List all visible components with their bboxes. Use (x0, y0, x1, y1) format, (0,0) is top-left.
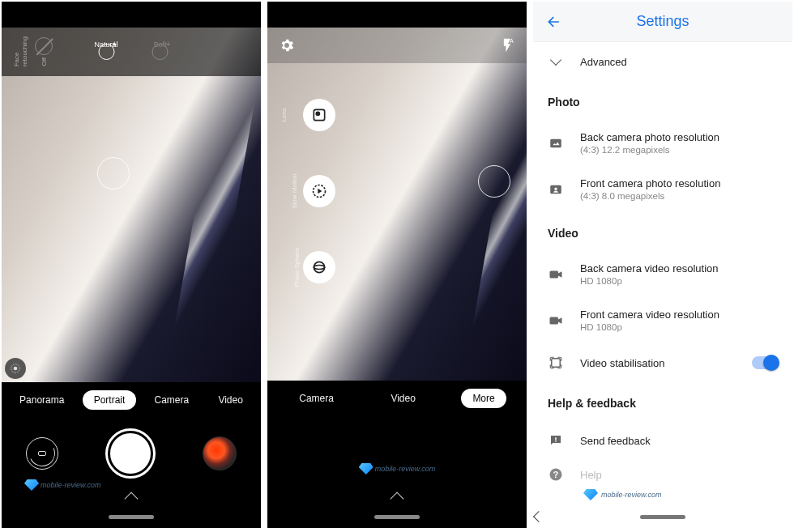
stabilisation-toggle[interactable] (752, 356, 778, 369)
more-options-column: Lens Slow Motion Photo Sphere (303, 99, 335, 283)
camera-viewfinder[interactable]: Face retouching Off Natural Soft (2, 28, 261, 382)
settings-header: Settings (533, 2, 792, 42)
nav-home-pill[interactable] (374, 515, 420, 519)
status-bar (267, 2, 527, 28)
svg-point-10 (554, 187, 557, 189)
retouching-off-icon (35, 37, 53, 55)
watermark: mobile-review.com (359, 463, 436, 475)
watermark-gem-icon (359, 463, 374, 475)
svg-rect-8 (550, 138, 561, 147)
mode-strip: Panorama Portrait Camera Video (2, 382, 261, 418)
mode-more[interactable]: More (461, 389, 506, 408)
camera-icon (38, 451, 46, 456)
retouch-soft-icon (152, 44, 169, 60)
watermark: mobile-review.com (24, 479, 101, 491)
settings-title: Settings (533, 13, 792, 30)
svg-rect-11 (550, 270, 559, 278)
gear-icon (279, 37, 295, 53)
flash-auto-icon: A (499, 37, 515, 53)
svg-point-6 (314, 262, 324, 272)
photo-section-header: Photo (533, 81, 792, 120)
front-camera-video-row[interactable]: Front camera video resolution HD 1080p (533, 297, 792, 343)
motion-icon (10, 363, 21, 374)
face-retouching-bar: Face retouching Off Natural Soft (2, 28, 261, 76)
svg-text:?: ? (553, 470, 558, 479)
watermark: mobile-review.com (533, 486, 792, 502)
svg-text:A: A (510, 38, 514, 44)
nav-home-pill[interactable] (109, 515, 154, 519)
focus-indicator (97, 157, 130, 189)
switch-camera-button[interactable] (26, 437, 58, 470)
portrait-icon (549, 182, 563, 197)
mode-video[interactable]: Video (379, 389, 426, 408)
svg-rect-12 (550, 317, 559, 324)
camera-viewfinder[interactable]: A Lens Slow Motion Photo Sphere (267, 28, 527, 381)
settings-body[interactable]: Advanced Photo Back camera photo resolut… (533, 42, 792, 505)
feedback-icon (549, 433, 563, 448)
front-camera-photo-row[interactable]: Front camera photo resolution (4:3) 8.0 … (533, 166, 792, 212)
help-section-header: Help & feedback (533, 382, 792, 421)
android-navbar (533, 505, 792, 528)
back-camera-photo-row[interactable]: Back camera photo resolution (4:3) 12.2 … (533, 120, 792, 166)
chevron-up-icon[interactable] (391, 492, 404, 506)
mode-strip: Camera Video More (267, 381, 527, 416)
nav-back-button[interactable] (533, 511, 544, 522)
phone-screen-portrait: Face retouching Off Natural Soft (2, 2, 261, 528)
back-button[interactable] (546, 14, 562, 30)
videocam-icon (549, 315, 563, 326)
viewfinder-sheen (463, 28, 527, 381)
mode-portrait[interactable]: Portrait (83, 390, 137, 410)
help-icon: ? (549, 467, 563, 482)
face-retouching-off-button[interactable]: Off (35, 37, 53, 66)
android-navbar (267, 505, 527, 528)
flash-button[interactable]: A (499, 37, 515, 53)
gallery-thumbnail[interactable] (203, 436, 237, 470)
motion-toggle-button[interactable] (5, 358, 26, 379)
back-camera-video-row[interactable]: Back camera video resolution HD 1080p (533, 251, 792, 297)
watermark-gem-icon (24, 479, 39, 491)
advanced-row[interactable]: Advanced (533, 42, 792, 81)
android-navbar (2, 505, 261, 528)
svg-point-4 (316, 112, 319, 115)
svg-rect-15 (555, 440, 557, 442)
help-row[interactable]: ? Help (533, 460, 792, 486)
shutter-button[interactable] (108, 431, 153, 476)
svg-point-0 (14, 367, 18, 371)
nav-home-pill[interactable] (640, 515, 685, 519)
lens-label: Lens (280, 108, 288, 121)
svg-rect-14 (555, 437, 557, 440)
slow-motion-label: Slow Motion (291, 173, 298, 209)
video-section-header: Video (533, 212, 792, 251)
mode-panorama[interactable]: Panorama (8, 390, 75, 410)
phone-screen-more: A Lens Slow Motion Photo Sphere Camera V… (267, 2, 527, 528)
image-icon (549, 136, 563, 151)
mode-camera[interactable]: Camera (288, 389, 345, 408)
slow-motion-button[interactable]: Slow Motion (303, 175, 335, 207)
status-bar (2, 2, 261, 28)
videocam-icon (549, 269, 563, 280)
phone-screen-settings: Settings Advanced Photo Back camera phot… (533, 2, 792, 528)
send-feedback-row[interactable]: Send feedback (533, 421, 792, 460)
svg-point-7 (314, 266, 324, 270)
mode-video[interactable]: Video (207, 390, 254, 410)
arrow-left-icon (546, 14, 562, 30)
photo-sphere-button[interactable]: Photo Sphere (303, 251, 335, 283)
stabilisation-icon (549, 355, 563, 370)
retouch-soft-button[interactable]: Soft (152, 40, 169, 60)
mode-camera[interactable]: Camera (143, 390, 201, 410)
camera-top-bar: A (267, 28, 527, 63)
chevron-down-icon (550, 54, 561, 66)
svg-rect-13 (552, 359, 561, 368)
settings-button[interactable] (279, 37, 295, 53)
focus-indicator (478, 165, 510, 198)
viewfinder-sheen (164, 28, 261, 382)
retouch-natural-button[interactable]: Natural (94, 40, 117, 60)
bottom-controls: Camera Video More mobile-review.com (267, 381, 527, 528)
bottom-controls: Panorama Portrait Camera Video mobile-re… (2, 382, 261, 528)
slow-motion-icon (311, 183, 327, 199)
video-stabilisation-row[interactable]: Video stabilisation (533, 343, 792, 382)
lens-icon (311, 107, 327, 123)
watermark-gem-icon (583, 489, 598, 500)
lens-button[interactable]: Lens (303, 99, 335, 131)
chevron-up-icon[interactable] (125, 492, 139, 506)
